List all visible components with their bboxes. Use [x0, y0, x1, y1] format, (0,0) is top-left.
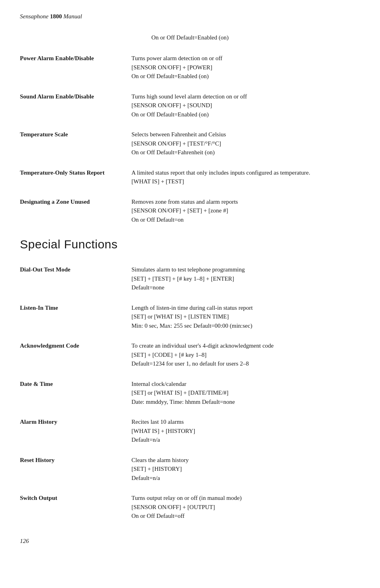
entry-label-ack-code: Acknowledgment Code: [20, 341, 131, 350]
alarm-history-line2: [WHAT IS] + [HISTORY]: [131, 428, 195, 434]
dial-out-line2: [SET] + [TEST] + [# key 1–8] + [ENTER]: [131, 275, 234, 282]
reset-history-line2: [SET] + [HISTORY]: [131, 466, 182, 472]
header-brand-suffix: Manual: [62, 13, 82, 20]
ack-code-line3: Default=1234 for user 1, no default for …: [131, 360, 249, 367]
entry-content-temp-scale: Selects between Fahrenheit and Celsius […: [131, 130, 360, 157]
listen-in-line1: Length of listen-in time during call-in …: [131, 305, 253, 311]
entry-label-power-alarm: Power Alarm Enable/Disable: [20, 54, 131, 63]
entry-switch-output: Switch Output Turns output relay on or o…: [20, 494, 360, 521]
temp-scale-line1: Selects between Fahrenheit and Celsius: [131, 131, 226, 138]
header-brand-bold: 1800: [50, 13, 62, 20]
alarm-history-line3: Default=n/a: [131, 437, 160, 443]
entry-label-sound-alarm: Sound Alarm Enable/Disable: [20, 92, 131, 101]
entry-ack-code: Acknowledgment Code To create an individ…: [20, 341, 360, 368]
ack-code-line2: [SET] + [CODE] + [# key 1–8]: [131, 352, 207, 358]
entry-content-power-alarm: Turns power alarm detection on or off [S…: [131, 54, 360, 81]
ack-code-line1: To create an individual user's 4-digit a…: [131, 342, 274, 349]
alarm-history-line1: Recites last 10 alarms: [131, 419, 184, 425]
temp-only-line2: [WHAT IS] + [TEST]: [131, 178, 184, 185]
dial-out-line1: Simulates alarm to test telephone progra…: [131, 266, 245, 273]
header-brand-prefix: Sensaphone: [20, 13, 50, 20]
entry-content-reset-history: Clears the alarm history [SET] + [HISTOR…: [131, 456, 360, 483]
sound-alarm-line2: [SENSOR ON/OFF] + [SOUND]: [131, 102, 212, 108]
top-entries: Power Alarm Enable/Disable Turns power a…: [20, 54, 360, 224]
temp-only-line1: A limited status report that only includ…: [131, 169, 310, 176]
entry-label-temp-only: Temperature-Only Status Report: [20, 168, 131, 177]
entry-zone-unused: Designating a Zone Unused Removes zone f…: [20, 197, 360, 224]
page-header: Sensaphone 1800 Manual: [20, 12, 360, 21]
date-time-line3: Date: mmddyy, Time: hhmm Default=none: [131, 399, 235, 405]
entry-content-dial-out: Simulates alarm to test telephone progra…: [131, 265, 360, 292]
entry-power-alarm: Power Alarm Enable/Disable Turns power a…: [20, 54, 360, 81]
entry-alarm-history: Alarm History Recites last 10 alarms [WH…: [20, 417, 360, 444]
entry-reset-history: Reset History Clears the alarm history […: [20, 456, 360, 483]
entry-date-time: Date & Time Internal clock/calendar [SET…: [20, 380, 360, 407]
listen-in-line2: [SET] or [WHAT IS] + [LISTEN TIME]: [131, 313, 229, 320]
entry-content-date-time: Internal clock/calendar [SET] or [WHAT I…: [131, 380, 360, 407]
entry-sound-alarm: Sound Alarm Enable/Disable Turns high so…: [20, 92, 360, 119]
zone-unused-line1: Removes zone from status and alarm repor…: [131, 199, 238, 205]
entry-label-reset-history: Reset History: [20, 456, 131, 465]
power-alarm-line3: On or Off Default=Enabled (on): [131, 73, 209, 79]
entry-content-zone-unused: Removes zone from status and alarm repor…: [131, 197, 360, 224]
sound-alarm-line1: Turns high sound level alarm detection o…: [131, 93, 247, 100]
reset-history-line3: Default=n/a: [131, 475, 160, 481]
sound-alarm-line3: On or Off Default=Enabled (on): [131, 111, 209, 118]
reset-history-line1: Clears the alarm history: [131, 457, 189, 463]
listen-in-line3: Min: 0 sec, Max: 255 sec Default=00:00 (…: [131, 323, 252, 329]
switch-output-line2: [SENSOR ON/OFF] + [OUTPUT]: [131, 504, 215, 510]
entry-label-dial-out: Dial-Out Test Mode: [20, 265, 131, 274]
page-number: 126: [20, 537, 360, 546]
entry-label-alarm-history: Alarm History: [20, 417, 131, 427]
entry-listen-in: Listen-In Time Length of listen-in time …: [20, 303, 360, 330]
dial-out-line3: Default=none: [131, 284, 165, 291]
date-time-line1: Internal clock/calendar: [131, 381, 186, 387]
section-heading-special: Special Functions: [20, 235, 360, 253]
entry-label-date-time: Date & Time: [20, 380, 131, 389]
special-entries: Dial-Out Test Mode Simulates alarm to te…: [20, 265, 360, 521]
entry-content-ack-code: To create an individual user's 4-digit a…: [131, 341, 360, 368]
entry-temp-scale: Temperature Scale Selects between Fahren…: [20, 130, 360, 157]
temp-scale-line2: [SENSOR ON/OFF] + [TEST/°F/°C]: [131, 140, 221, 147]
entry-label-temp-scale: Temperature Scale: [20, 130, 131, 139]
entry-content-temp-only: A limited status report that only includ…: [131, 168, 360, 186]
entry-dial-out: Dial-Out Test Mode Simulates alarm to te…: [20, 265, 360, 292]
zone-unused-line2: [SENSOR ON/OFF] + [SET] + [zone #]: [131, 207, 228, 214]
entry-content-switch-output: Turns output relay on or off (in manual …: [131, 494, 360, 521]
entry-label-zone-unused: Designating a Zone Unused: [20, 197, 131, 206]
switch-output-line1: Turns output relay on or off (in manual …: [131, 495, 242, 501]
entry-temp-only: Temperature-Only Status Report A limited…: [20, 168, 360, 186]
temp-scale-line3: On or Off Default=Fahrenheit (on): [131, 149, 215, 155]
entry-label-listen-in: Listen-In Time: [20, 303, 131, 313]
date-time-line2: [SET] or [WHAT IS] + [DATE/TIME/#]: [131, 389, 229, 396]
zone-unused-line3: On or Off Default=on: [131, 216, 184, 223]
power-alarm-line1: Turns power alarm detection on or off: [131, 55, 222, 61]
entry-label-switch-output: Switch Output: [20, 494, 131, 503]
entry-content-listen-in: Length of listen-in time during call-in …: [131, 303, 360, 330]
entry-content-alarm-history: Recites last 10 alarms [WHAT IS] + [HIST…: [131, 417, 360, 444]
intro-line: On or Off Default=Enabled (on): [20, 33, 360, 42]
entry-content-sound-alarm: Turns high sound level alarm detection o…: [131, 92, 360, 119]
power-alarm-line2: [SENSOR ON/OFF] + [POWER]: [131, 64, 212, 71]
switch-output-line3: On or Off Default=off: [131, 513, 184, 519]
